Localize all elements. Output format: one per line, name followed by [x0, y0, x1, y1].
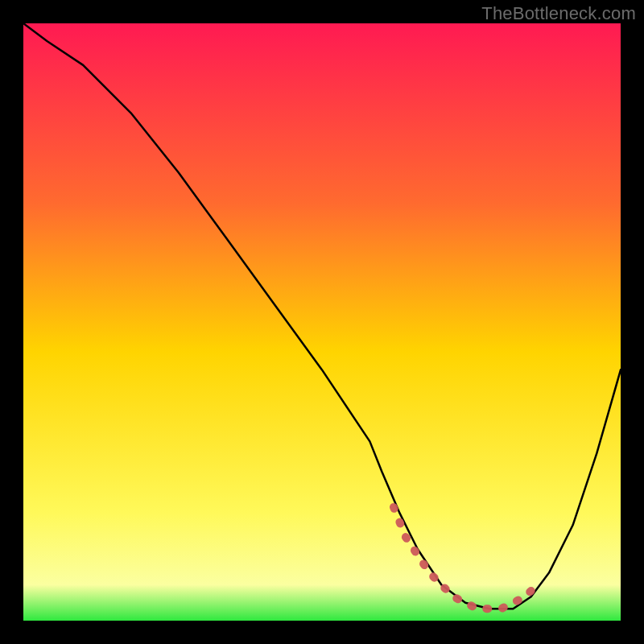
chart-svg: [23, 23, 621, 621]
chart-container: TheBottleneck.com: [0, 0, 644, 644]
plot-area: [23, 23, 621, 621]
attribution-text: TheBottleneck.com: [481, 3, 636, 24]
gradient-background: [23, 23, 621, 621]
